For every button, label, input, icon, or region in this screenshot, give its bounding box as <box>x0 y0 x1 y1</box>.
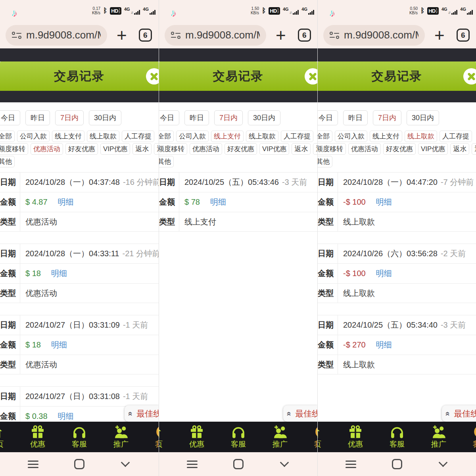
category-manual[interactable]: 人工存提 <box>122 131 154 142</box>
category-credit-transfer[interactable]: 额度移转 <box>318 143 346 155</box>
nav-promos[interactable]: 优惠 <box>22 425 54 449</box>
date-filter-yesterday[interactable]: 昨日 <box>184 110 209 125</box>
category-company-deposit[interactable]: 公司入款 <box>176 131 209 142</box>
nav-home[interactable]: 首页 <box>317 425 330 449</box>
android-back-button[interactable] <box>117 455 134 473</box>
new-tab-button[interactable]: + <box>117 27 127 44</box>
category-manual[interactable]: 人工存提 <box>281 131 313 142</box>
category-rebate[interactable]: 返水 <box>132 143 152 155</box>
best-route-button[interactable]: 最佳线 <box>442 405 476 422</box>
detail-link[interactable]: 明细 <box>376 268 392 279</box>
category-vip[interactable]: VIP优惠 <box>259 143 289 155</box>
nav-profile[interactable]: 我的 <box>306 425 317 449</box>
new-tab-button[interactable]: + <box>276 27 286 44</box>
category-friend[interactable]: 好友优惠 <box>65 143 98 155</box>
date-filter-today[interactable]: 今日 <box>318 110 338 125</box>
nav-support[interactable]: 客服 <box>223 425 254 449</box>
category-credit-transfer[interactable]: 额度移转 <box>0 143 28 155</box>
android-menu-button[interactable] <box>342 455 359 473</box>
nav-referral[interactable]: 推广 <box>264 425 296 449</box>
nav-home[interactable]: 首页 <box>159 425 171 449</box>
date-filter-7days[interactable]: 7日内 <box>214 110 243 125</box>
nav-promos[interactable]: 优惠 <box>340 425 371 449</box>
date-filter-30days[interactable]: 30日内 <box>407 110 439 125</box>
category-company-deposit[interactable]: 公司入款 <box>17 131 50 142</box>
category-other[interactable]: 其他 <box>0 156 15 167</box>
category-commission[interactable]: 返佣 <box>472 143 476 155</box>
nav-profile[interactable]: 我的 <box>464 425 476 449</box>
best-route-button[interactable]: 最佳线 <box>125 405 159 422</box>
category-rebate[interactable]: 返水 <box>450 143 469 155</box>
nav-home[interactable]: 首页 <box>0 425 12 449</box>
detail-link[interactable]: 明细 <box>58 411 74 422</box>
url-bar[interactable]: m.9d9008.com/Mem <box>6 25 107 46</box>
detail-link[interactable]: 明细 <box>376 340 392 350</box>
nav-promos[interactable]: 优惠 <box>181 425 213 449</box>
category-friend[interactable]: 好友优惠 <box>383 143 416 155</box>
tab-switcher-button[interactable]: 6 <box>298 29 311 42</box>
category-friend[interactable]: 好友优惠 <box>225 143 257 155</box>
nav-support[interactable]: 客服 <box>63 425 95 449</box>
category-other[interactable]: 其他 <box>159 156 174 167</box>
tab-switcher-button[interactable]: 6 <box>457 29 470 42</box>
category-other[interactable]: 其他 <box>318 156 332 167</box>
url-bar[interactable]: m.9d9008.com/Mem <box>323 25 425 46</box>
close-icon[interactable] <box>463 68 476 84</box>
date-filter-7days[interactable]: 7日内 <box>55 110 84 125</box>
date-filter-30days[interactable]: 30日内 <box>89 110 121 125</box>
category-all[interactable]: 全部 <box>0 131 15 142</box>
category-all[interactable]: 全部 <box>318 131 332 142</box>
detail-link[interactable]: 明细 <box>58 197 74 207</box>
date-value: 2024/10/28（一）04:37:48-16 分钟前 <box>20 173 159 192</box>
category-company-deposit[interactable]: 公司入款 <box>335 131 367 142</box>
detail-link[interactable]: 明细 <box>376 197 392 207</box>
detail-link[interactable]: 明细 <box>51 268 67 279</box>
date-filter-7days[interactable]: 7日内 <box>373 110 401 125</box>
close-icon[interactable] <box>146 68 159 84</box>
date-filter-today[interactable]: 今日 <box>159 110 179 125</box>
category-vip[interactable]: VIP优惠 <box>418 143 448 155</box>
category-rebate[interactable]: 返水 <box>292 143 311 155</box>
category-online-payment[interactable]: 线上支付 <box>370 131 402 142</box>
category-promo[interactable]: 优惠活动 <box>348 143 381 155</box>
date-filter-group: 今日 昨日 7日内 30日内 <box>0 110 159 125</box>
nav-referral[interactable]: 推广 <box>105 425 137 449</box>
category-promo[interactable]: 优惠活动 <box>190 143 222 155</box>
detail-link[interactable]: 明细 <box>210 197 226 207</box>
browser-toolbar: m.9d9008.com/Mem + 6 <box>0 22 159 48</box>
url-bar[interactable]: m.9d9008.com/Mem <box>165 25 266 46</box>
best-route-button[interactable]: 最佳线 <box>283 405 317 422</box>
date-filter-yesterday[interactable]: 昨日 <box>25 110 50 125</box>
close-icon[interactable] <box>305 68 317 84</box>
android-home-button[interactable] <box>71 455 88 473</box>
category-commission[interactable]: 返佣 <box>313 143 317 155</box>
status-bar: 0.17KB/s HD12 4G 4G <box>0 0 159 22</box>
android-back-button[interactable] <box>434 455 452 473</box>
android-home-button[interactable] <box>388 455 406 473</box>
category-online-withdraw[interactable]: 线上取款 <box>87 131 119 142</box>
android-back-button[interactable] <box>276 455 293 473</box>
category-commission[interactable]: 返佣 <box>154 143 159 155</box>
new-tab-button[interactable]: + <box>434 27 445 44</box>
category-credit-transfer[interactable]: 额度移转 <box>159 143 187 155</box>
nav-profile[interactable]: 我的 <box>147 425 159 449</box>
android-home-button[interactable] <box>230 455 247 473</box>
detail-link[interactable]: 明细 <box>51 340 67 350</box>
category-online-payment[interactable]: 线上支付 <box>52 131 84 142</box>
tab-switcher-button[interactable]: 6 <box>139 29 152 42</box>
category-manual[interactable]: 人工存提 <box>440 131 472 142</box>
date-filter-yesterday[interactable]: 昨日 <box>343 110 368 125</box>
android-menu-button[interactable] <box>24 455 42 473</box>
category-online-withdraw[interactable]: 线上取款 <box>405 131 437 142</box>
nav-referral[interactable]: 推广 <box>423 425 455 449</box>
nav-support[interactable]: 客服 <box>381 425 413 449</box>
android-menu-button[interactable] <box>183 455 201 473</box>
type-value: 优惠活动 <box>20 355 57 374</box>
category-online-payment[interactable]: 线上支付 <box>211 131 244 142</box>
date-filter-30days[interactable]: 30日内 <box>248 110 280 125</box>
category-all[interactable]: 全部 <box>159 131 174 142</box>
category-promo[interactable]: 优惠活动 <box>31 143 63 155</box>
category-vip[interactable]: VIP优惠 <box>100 143 130 155</box>
category-online-withdraw[interactable]: 线上取款 <box>246 131 278 142</box>
date-filter-today[interactable]: 今日 <box>0 110 20 125</box>
